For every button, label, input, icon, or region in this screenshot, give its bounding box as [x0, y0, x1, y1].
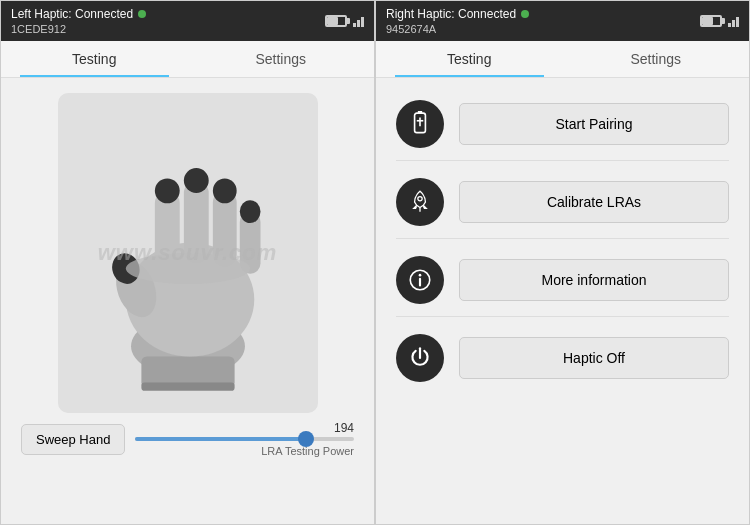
slider-wrapper[interactable] — [135, 437, 354, 441]
right-main-content: Start Pairing Calibrate LRAs — [376, 78, 749, 524]
calibrate-lras-row: Calibrate LRAs — [396, 166, 729, 239]
calibrate-icon — [396, 178, 444, 226]
right-tab-bar: Testing Settings — [376, 41, 749, 78]
svg-rect-3 — [141, 382, 234, 390]
right-header-icons — [700, 15, 739, 27]
left-header-icons — [325, 15, 364, 27]
slider-fill — [135, 437, 305, 441]
lra-slider-container: 194 LRA Testing Power — [135, 421, 354, 457]
start-pairing-icon — [396, 100, 444, 148]
left-tab-testing[interactable]: Testing — [1, 41, 188, 77]
haptic-off-row: Haptic Off — [396, 322, 729, 394]
signal-bar-3 — [361, 17, 364, 27]
svg-point-12 — [212, 178, 236, 203]
right-signal-icon — [728, 15, 739, 27]
info-icon — [407, 267, 433, 293]
right-tab-testing[interactable]: Testing — [376, 41, 563, 77]
left-tab-bar: Testing Settings — [1, 41, 374, 78]
right-tab-settings[interactable]: Settings — [563, 41, 750, 77]
right-battery-icon — [700, 15, 722, 27]
slider-track — [135, 437, 354, 441]
calibrate-lras-button[interactable]: Calibrate LRAs — [459, 181, 729, 223]
right-header-info: Right Haptic: Connected 9452674A — [386, 7, 529, 35]
left-main-content: www.souvr.com — [1, 78, 374, 524]
left-panel: Left Haptic: Connected 1CEDE912 Testing … — [0, 0, 375, 525]
left-status-dot — [138, 10, 146, 18]
right-panel: Right Haptic: Connected 9452674A Testing… — [375, 0, 750, 525]
svg-point-10 — [183, 168, 208, 193]
left-status-label: Left Haptic: Connected — [11, 7, 133, 21]
more-info-button[interactable]: More information — [459, 259, 729, 301]
left-tab-settings[interactable]: Settings — [188, 41, 375, 77]
signal-bar-r2 — [732, 20, 735, 27]
more-info-row: More information — [396, 244, 729, 317]
power-icon-circle — [396, 334, 444, 382]
right-status-label: Right Haptic: Connected — [386, 7, 516, 21]
right-status-dot — [521, 10, 529, 18]
svg-point-8 — [154, 178, 179, 203]
haptic-off-button[interactable]: Haptic Off — [459, 337, 729, 379]
svg-point-15 — [125, 253, 249, 284]
left-header-info: Left Haptic: Connected 1CEDE912 — [11, 7, 146, 35]
left-connection-status: Left Haptic: Connected — [11, 7, 146, 21]
svg-point-14 — [239, 200, 260, 223]
signal-bar-1 — [353, 23, 356, 27]
sweep-hand-button[interactable]: Sweep Hand — [21, 424, 125, 455]
left-signal-icon — [353, 15, 364, 27]
glove-display: www.souvr.com — [58, 93, 318, 413]
start-pairing-button[interactable]: Start Pairing — [459, 103, 729, 145]
signal-bar-r3 — [736, 17, 739, 27]
svg-rect-17 — [418, 111, 422, 113]
info-icon-circle — [396, 256, 444, 304]
svg-point-24 — [419, 274, 422, 277]
left-battery-icon — [325, 15, 347, 27]
start-pairing-row: Start Pairing — [396, 88, 729, 161]
signal-bar-2 — [357, 20, 360, 27]
left-battery-fill — [327, 17, 338, 25]
rocket-icon — [407, 189, 433, 215]
slider-value-display: 194 — [334, 421, 354, 435]
signal-bar-r1 — [728, 23, 731, 27]
slider-thumb[interactable] — [298, 431, 314, 447]
svg-point-20 — [418, 197, 422, 201]
right-battery-fill — [702, 17, 713, 25]
left-device-id: 1CEDE912 — [11, 23, 146, 35]
right-device-id: 9452674A — [386, 23, 529, 35]
power-icon — [407, 345, 433, 371]
battery-icon — [407, 111, 433, 137]
bottom-controls: Sweep Hand 194 LRA Testing Power — [16, 413, 359, 457]
glove-svg — [78, 108, 298, 398]
left-header: Left Haptic: Connected 1CEDE912 — [1, 1, 374, 41]
right-connection-status: Right Haptic: Connected — [386, 7, 529, 21]
right-header: Right Haptic: Connected 9452674A — [376, 1, 749, 41]
